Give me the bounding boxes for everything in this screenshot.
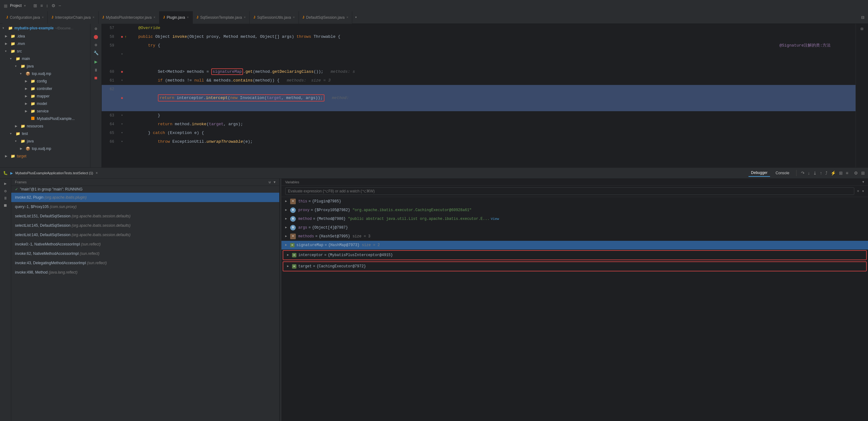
sidebar-item-mvn[interactable]: ▶ 📁 .mvn: [0, 40, 90, 48]
sidebar-item-controller[interactable]: ▶ 📁 controller: [0, 85, 90, 92]
breakpoint-icon[interactable]: ●: [121, 94, 123, 103]
bookmark-icon[interactable]: ⊟: [861, 15, 864, 21]
close-icon[interactable]: ×: [244, 16, 246, 19]
close-icon[interactable]: ×: [293, 16, 295, 19]
fold-icon[interactable]: ▾: [121, 120, 123, 129]
more-debug-icon[interactable]: ≡: [846, 170, 848, 175]
sidebar-item-test[interactable]: ▾ 📁 test: [0, 130, 90, 137]
run-to-cursor-icon[interactable]: ⤴: [825, 170, 828, 175]
var-item-this[interactable]: ▶ = this = {Plugin@7985}: [281, 197, 868, 206]
minimize-icon[interactable]: −: [59, 3, 61, 8]
profile-icon[interactable]: ⚙: [95, 43, 97, 48]
close-icon[interactable]: ×: [42, 16, 44, 19]
evaluate-icon[interactable]: ⚡: [831, 170, 836, 175]
fold-icon[interactable]: ▾: [121, 129, 123, 137]
sidebar-item-resources[interactable]: ▶ 📁 resources: [0, 122, 90, 130]
debug-pause-icon[interactable]: ⏸: [3, 196, 7, 201]
debug-icon-header[interactable]: 🐛: [3, 171, 8, 175]
var-item-proxy[interactable]: ▶ B proxy = {$Proxy105@7982} "org.apache…: [281, 206, 868, 215]
sidebar-item-java[interactable]: ▾ 📁 java: [0, 62, 90, 70]
sidebar-item-root[interactable]: ▾ 📁 mybatis-plus-example ~/Docume...: [0, 24, 90, 32]
sidebar-item-test-package[interactable]: ▶ 📦 top.xudj.mp: [0, 145, 90, 152]
sidebar-item-main[interactable]: ▾ 📁 main: [0, 55, 90, 62]
more-tabs[interactable]: ▾: [352, 15, 360, 20]
var-item-method[interactable]: ▶ B method = {Method@7986} "public abstr…: [281, 215, 868, 223]
debug-resume-icon2[interactable]: ⚙: [4, 189, 7, 194]
frame-item-query[interactable]: query:-1, $Proxy105 (com.sun.proxy): [11, 202, 279, 212]
sidebar-item-src[interactable]: ▾ 📁 src: [0, 48, 90, 55]
settings-icon[interactable]: ⚙: [52, 3, 56, 8]
tab-plugin[interactable]: J Plugin.java ×: [159, 11, 193, 24]
view-link[interactable]: View: [491, 216, 499, 222]
frame-item-invoke0[interactable]: invoke0:-1, NativeMethodAccessorImpl (su…: [11, 240, 279, 249]
debug-layout-icon[interactable]: ⊞: [861, 170, 865, 175]
debug-settings-icon[interactable]: ⚙: [854, 170, 858, 175]
sidebar-item-mybatisplusexample[interactable]: ▶ 🅺 MybatisPlusExample...: [0, 115, 90, 122]
layout-icon[interactable]: ⊞: [33, 3, 37, 8]
fold-icon[interactable]: ▾: [121, 76, 123, 85]
add-watch-icon[interactable]: +: [857, 189, 859, 194]
trace-icon[interactable]: ⊞: [839, 170, 843, 175]
frame-item-invoke498[interactable]: invoke:498, Method (java.lang.reflect): [11, 268, 279, 277]
debug-stop-icon[interactable]: ⏹: [3, 203, 7, 208]
run-icon[interactable]: ⚙: [95, 26, 97, 31]
filter-icon[interactable]: ⊎: [268, 180, 271, 184]
expression-input[interactable]: [285, 187, 854, 195]
var-item-interceptor[interactable]: ▶ ∞ interceptor = {MybatisPlusIntercepto…: [283, 250, 867, 260]
frame-item-invoke62[interactable]: invoke:62, Plugin (org.apache.ibatis.plu…: [11, 193, 279, 202]
frame-item-selectlist140[interactable]: selectList:140, DefaultSqlSession (org.a…: [11, 230, 279, 240]
fold-icon[interactable]: ▾: [121, 137, 123, 146]
sidebar-item-package[interactable]: ▾ 📦 top.xudj.mp: [0, 70, 90, 78]
frame-item-invoke43[interactable]: invoke:43, DelegatingMethodAccessorImpl …: [11, 258, 279, 268]
sidebar-item-service[interactable]: ▶ 📁 service: [0, 107, 90, 115]
wrench-icon[interactable]: 🔧: [94, 51, 99, 56]
debug-session-icon[interactable]: ▶: [10, 171, 13, 175]
sidebar-item-config[interactable]: ▶ 📁 config: [0, 78, 90, 85]
variables-expand-icon[interactable]: ▾: [862, 180, 864, 184]
step-out-icon[interactable]: ↑: [820, 170, 822, 175]
tab-configuration[interactable]: J Configuration.java ×: [2, 11, 48, 24]
tab-sqlsessiontemplate[interactable]: J SqlSessionTemplate.java ×: [193, 11, 250, 24]
var-item-target[interactable]: ▶ ∞ target = {CachingExecutor@7972}: [283, 261, 867, 272]
sidebar-item-target[interactable]: ▶ 📁 target: [0, 152, 90, 160]
step-into-icon[interactable]: ↓: [808, 170, 810, 175]
close-debug-session[interactable]: ×: [95, 171, 98, 175]
pause-icon[interactable]: ⏸: [94, 68, 98, 73]
tab-interceptorchain[interactable]: J InterceptorChain.java ×: [48, 11, 98, 24]
sidebar-item-test-java[interactable]: ▾ 📁 java: [0, 137, 90, 145]
close-icon[interactable]: ×: [187, 16, 189, 19]
frame-item-selectlist151[interactable]: selectList:151, DefaultSqlSession (org.a…: [11, 212, 279, 221]
code-area[interactable]: 57 @Override 58 ● ↑ public Object invoke…: [102, 24, 856, 167]
frame-item-invoke62b[interactable]: invoke:62, NativeMethodAccessorImpl (sun…: [11, 249, 279, 258]
force-step-into-icon[interactable]: ⤓: [813, 170, 817, 175]
step-over-icon[interactable]: ↷: [801, 170, 805, 175]
tab-defaultsqlsession[interactable]: J DefaultSqlSession.java ×: [299, 11, 352, 24]
fold-icon[interactable]: ▾: [121, 50, 123, 59]
list-icon[interactable]: ≡: [40, 3, 43, 8]
close-icon[interactable]: ×: [346, 16, 348, 19]
tab-debugger[interactable]: Debugger: [748, 169, 770, 177]
tab-console[interactable]: Console: [773, 170, 792, 176]
tab-mybatisplus[interactable]: J MybatisPlusInterceptor.java ×: [99, 11, 159, 24]
close-icon[interactable]: ×: [154, 16, 155, 19]
var-item-args[interactable]: ▶ B args = {Object[4]@7987}: [281, 223, 868, 232]
breakpoint-icon[interactable]: ●: [121, 67, 123, 76]
frame-item-selectlist145[interactable]: selectList:145, DefaultSqlSession (org.a…: [11, 221, 279, 230]
sort-icon[interactable]: ↕: [46, 3, 49, 8]
sidebar-item-idea[interactable]: ▶ 📁 .idea: [0, 32, 90, 40]
resume-icon[interactable]: ▶: [4, 181, 7, 186]
fold-icon[interactable]: ▾: [121, 111, 123, 120]
debug-icon[interactable]: ⬤: [94, 34, 98, 39]
close-icon[interactable]: ×: [93, 16, 95, 19]
tab-sqlsessionutils[interactable]: J SqlSessionUtils.java ×: [250, 11, 299, 24]
play-icon[interactable]: ▶: [95, 59, 98, 65]
var-item-signaturemap[interactable]: ▶ ∞ signatureMap = {HashMap@7973} size =…: [281, 241, 868, 250]
var-item-methods[interactable]: ▶ = methods = {HashSet@7995} size = 3: [281, 232, 868, 241]
eval-settings-icon[interactable]: ▾: [862, 189, 864, 194]
breakpoint-icon[interactable]: ●: [121, 32, 123, 41]
expand-icon[interactable]: ▾: [274, 180, 276, 184]
bookmark-icon[interactable]: ⊟: [861, 26, 863, 32]
sidebar-item-model[interactable]: ▶ 📁 model: [0, 100, 90, 107]
stop-icon[interactable]: ⏹: [94, 76, 98, 81]
sidebar-item-mapper[interactable]: ▶ 📁 mapper: [0, 92, 90, 100]
